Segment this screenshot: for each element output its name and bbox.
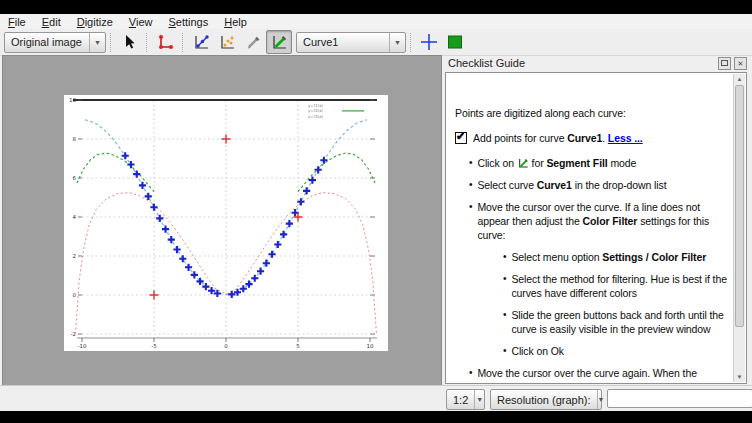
text-segment: Segment Fill [477,381,538,383]
digitized-point-cross [309,177,316,184]
blue-cross-icon [419,32,439,52]
menubar: FileEditDigitizeViewSettingsHelp [0,14,752,29]
dock-close-button[interactable]: ✕ [734,57,747,70]
select-tool-button[interactable] [116,30,142,54]
bullet-dot: • [503,250,506,264]
menu-file[interactable]: File [0,15,34,29]
bullet-text: Click on for Segment Fill mode [477,156,636,170]
bullet-text: Slide the green buttons back and forth u… [511,308,727,336]
close-icon: ✕ [738,60,744,67]
digitized-point-cross [168,236,175,243]
digitized-point-cross [179,255,186,262]
background-selector-value: Original image [5,36,89,48]
y-tick-label: 2 [73,253,77,259]
digitized-point-cross [150,204,157,211]
axis-point-tool-button[interactable] [152,30,178,54]
checklist-paragraph: Points are digitized along each curve: [455,106,727,120]
dock-titlebar: Checklist Guide ✕ [443,55,752,71]
toolbar: Original image ▼ [0,29,752,56]
point-match-tool-button[interactable] [214,30,240,54]
chevron-down-icon: ▼ [474,390,484,409]
checkbox-checked[interactable] [455,132,467,144]
checklist-bullet: •Select curve Curve1 in the drop-down li… [455,178,727,192]
menu-digitize[interactable]: Digitize [69,15,121,29]
menu-view[interactable]: View [121,15,161,29]
menu-help[interactable]: Help [216,15,255,29]
curve-point-tool-button[interactable] [188,30,214,54]
curve-selector-combo[interactable]: Curve1 ▼ [296,32,406,53]
x-tick-label: -10 [78,343,87,349]
scrollbar-thumb[interactable] [735,85,744,327]
chevron-down-icon: ▼ [389,33,405,52]
menu-settings[interactable]: Settings [160,15,216,29]
digitized-point-cross [162,225,169,232]
chevron-down-icon: ▼ [597,390,605,409]
text-segment: Select the method for filtering. Hue is … [511,273,727,299]
checklist-bullet: •Select menu option Settings / Color Fil… [455,250,727,264]
bullet-dot: • [469,366,472,383]
scroll-up-icon[interactable]: ▲ [734,74,745,84]
dock-float-button[interactable] [718,57,731,70]
y-tick-label: 4 [73,214,77,220]
zoom-combo[interactable]: 1:2 ▼ [446,389,485,410]
axis-point-cross [150,291,159,300]
text-segment: in the drop-down list [572,179,667,191]
zoom-value: 1:2 [447,394,474,406]
dock-scrollbar[interactable]: ▲ ▼ [733,74,745,382]
bullet-dot: • [469,200,472,242]
bullet-dot: • [503,272,506,300]
x-tick-label: 0 [224,343,228,349]
text-segment: Color Filter [583,215,638,227]
bullet-dot: • [469,156,472,170]
text-segment: for [529,157,547,169]
resolution-combo[interactable]: Resolution (graph): ▼ [490,389,602,410]
filter-color-indicator [442,30,468,54]
color-picker-tool-button[interactable] [240,30,266,54]
scroll-down-icon[interactable]: ▼ [734,372,745,382]
bullet-dot: • [503,308,506,336]
segment-fill-icon [517,157,529,169]
checklist-guide-dock: Checklist Guide ✕ Points are digitized a… [443,55,752,385]
text-segment: Settings / Color Filter [602,251,706,263]
text-segment: Points are digitized along each curve: [455,107,626,119]
toolbar-separator [410,33,412,52]
text-segment: Curve1 [567,132,602,144]
text-segment: Click on [477,157,516,169]
green-curve-right [298,153,375,192]
toolbar-separator [182,33,184,52]
digitized-point-cross [315,166,322,173]
text-segment: Slide the green buttons back and forth u… [511,309,723,335]
chevron-down-icon: ▼ [89,33,105,52]
digitized-point-cross [274,241,281,248]
checklist-content: Points are digitized along each curve:Ad… [455,73,727,383]
text-segment: mode [608,157,637,169]
menu-edit[interactable]: Edit [34,15,69,29]
toolbar-separator [110,33,112,52]
graph-image[interactable]: 1086420-2-10-50510y=f1(x)y=f2(x)y=f3(x) [64,95,388,351]
digitized-point-cross [268,251,275,258]
main-area: 1086420-2-10-50510y=f1(x)y=f2(x)y=f3(x) … [0,55,752,385]
legend-label: y=f2(x) [308,108,324,113]
checklist-bullet: •Move the cursor over the curve again. W… [455,366,727,383]
text-segment: Click on Ok [511,345,564,357]
y-tick-label: 6 [73,175,77,181]
checklist-bullet: •Click on Ok [455,344,727,358]
graph-canvas[interactable]: 1086420-2-10-50510y=f1(x)y=f2(x)y=f3(x) [2,55,442,386]
color-picker-icon [244,33,262,51]
text-segment: Select curve [477,179,536,191]
background-selector-combo[interactable]: Original image ▼ [4,32,106,53]
digitized-point-cross [280,231,287,238]
digitized-point-cross [286,220,293,227]
cursor-arrow-icon [120,33,138,51]
checklist-checkbox-item: Add points for curve Curve1. Less ... [455,131,727,145]
segment-fill-icon [517,157,529,169]
digitized-point-cross [303,187,310,194]
legend-label: y=f1(x) [308,103,324,108]
coordinates-field[interactable] [607,389,752,408]
bullet-text: Click on Ok [511,344,564,358]
less-link[interactable]: Less ... [608,132,643,144]
bullet-dot: • [503,344,506,358]
engauge-window: FileEditDigitizeViewSettingsHelp Origina… [0,14,752,410]
segment-fill-tool-button[interactable] [266,30,292,54]
x-tick-label: -5 [151,343,157,349]
